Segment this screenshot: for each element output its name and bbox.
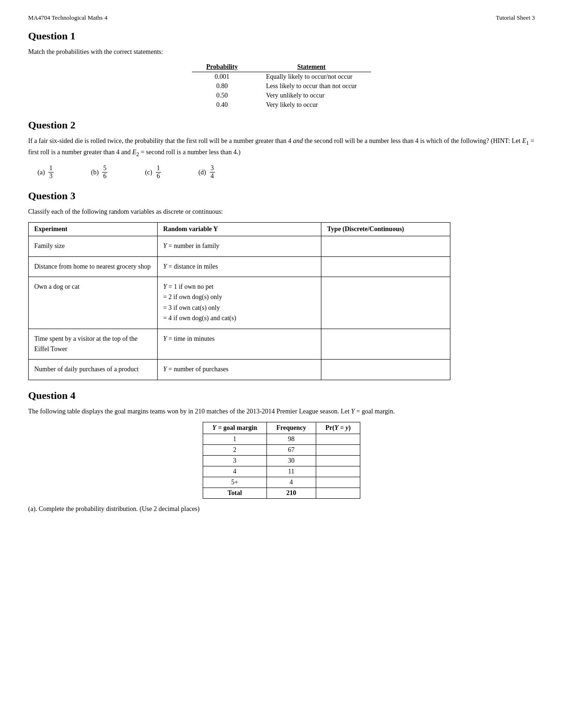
q2-title: Question 2	[28, 119, 535, 131]
q1-col2-header: Statement	[252, 62, 371, 72]
q3-table-row: Time spent by a visitor at the top of th…	[29, 329, 450, 360]
q1-prob: 0.001	[192, 72, 251, 82]
q2-text: If a fair six-sided die is rolled twice,…	[28, 136, 535, 159]
q4-margin: 5+	[203, 477, 266, 488]
q3-col-header: Type (Discrete/Continuous)	[321, 223, 450, 236]
q4-pr	[316, 466, 360, 477]
q4-pr	[316, 455, 360, 466]
q1-intro: Match the probabilities with the correct…	[28, 47, 535, 57]
q3-experiment: Own a dog or cat	[29, 277, 158, 329]
q1-prob: 0.50	[192, 91, 251, 100]
q4-col-header: Y = goal margin	[203, 422, 266, 434]
q3-col-header: Experiment	[29, 223, 158, 236]
q1-stmt: Less likely to occur than not occur	[252, 82, 371, 91]
page-header: MA4704 Technological Maths 4 Tutorial Sh…	[28, 14, 535, 22]
q1-table-row: 0.40Very likely to occur	[192, 100, 371, 110]
q2-answer-item: (a) 1 3	[38, 165, 53, 181]
q4-col-header: Pr(Y = y)	[316, 422, 360, 434]
q1-table: Probability Statement 0.001Equally likel…	[192, 62, 371, 110]
q3-rv: Y = 1 if own no pet = 2 if own dog(s) on…	[157, 277, 321, 329]
q1-table-row: 0.50Very unlikely to occur	[192, 91, 371, 100]
q4-table-row: 2 67	[203, 444, 360, 455]
q3-table-row: Own a dog or catY = 1 if own no pet = 2 …	[29, 277, 450, 329]
q4-table-row: 1 98	[203, 434, 360, 444]
q2-fraction: 1 3	[48, 165, 53, 181]
q4-margin: 3	[203, 455, 266, 466]
q3-type	[321, 236, 450, 256]
header-right: Tutorial Sheet 3	[496, 14, 535, 22]
q3-rv: Y = number of purchases	[157, 360, 321, 380]
q4-freq: 11	[267, 466, 316, 477]
q1-prob: 0.40	[192, 100, 251, 110]
q4-part-a: (a). Complete the probability distributi…	[28, 505, 535, 513]
q4-margin: 4	[203, 466, 266, 477]
question-2-section: Question 2 If a fair six-sided die is ro…	[28, 119, 535, 180]
q1-col1-header: Probability	[192, 62, 251, 72]
q4-pr	[316, 477, 360, 488]
q4-pr	[316, 434, 360, 444]
q3-rv: Y = time in minutes	[157, 329, 321, 360]
q3-rv: Y = number in family	[157, 236, 321, 256]
q4-col-header: Frequency	[267, 422, 316, 434]
q4-table-row: 4 11	[203, 466, 360, 477]
q4-total-pr	[316, 488, 360, 498]
q3-experiment: Number of daily purchases of a product	[29, 360, 158, 380]
q4-total-label: Total	[203, 488, 266, 498]
header-left: MA4704 Technological Maths 4	[28, 14, 107, 22]
q3-table-row: Number of daily purchases of a productY …	[29, 360, 450, 380]
q3-type	[321, 329, 450, 360]
q2-fraction: 3 4	[210, 165, 215, 181]
q2-fraction: 5 6	[102, 165, 107, 181]
q4-total-row: Total 210	[203, 488, 360, 498]
q3-table: ExperimentRandom variable YType (Discret…	[28, 222, 450, 380]
q4-freq: 67	[267, 444, 316, 455]
q3-intro: Classify each of the following random va…	[28, 207, 535, 217]
q3-type	[321, 360, 450, 380]
q2-answer-label: (a)	[38, 169, 46, 176]
question-3-section: Question 3 Classify each of the followin…	[28, 190, 535, 380]
q3-col-header: Random variable Y	[157, 223, 321, 236]
q1-prob: 0.80	[192, 82, 251, 91]
q4-pr	[316, 444, 360, 455]
q2-answer-item: (d) 3 4	[198, 165, 215, 181]
q3-experiment: Distance from home to nearest grocery sh…	[29, 256, 158, 277]
q4-freq: 30	[267, 455, 316, 466]
q2-answer-label: (d)	[198, 169, 208, 176]
q2-answer-label: (c)	[145, 169, 154, 176]
question-4-section: Question 4 The following table displays …	[28, 390, 535, 513]
q4-freq: 4	[267, 477, 316, 488]
q3-type	[321, 256, 450, 277]
q3-table-row: Distance from home to nearest grocery sh…	[29, 256, 450, 277]
q4-table: Y = goal marginFrequencyPr(Y = y) 1 98 2…	[203, 422, 361, 499]
q3-experiment: Family size	[29, 236, 158, 256]
q2-answer-label: (b)	[91, 169, 100, 176]
q4-table-row: 5+ 4	[203, 477, 360, 488]
q3-type	[321, 277, 450, 329]
q3-title: Question 3	[28, 190, 535, 202]
q2-answer-item: (b) 5 6	[91, 165, 107, 181]
q4-table-row: 3 30	[203, 455, 360, 466]
q2-answers: (a) 1 3 (b) 5 6 (c) 1 6 (d) 3 4	[38, 165, 535, 181]
q3-rv: Y = distance in miles	[157, 256, 321, 277]
q1-title: Question 1	[28, 30, 535, 42]
q1-stmt: Very likely to occur	[252, 100, 371, 110]
q4-margin: 2	[203, 444, 266, 455]
q1-stmt: Equally likely to occur/not occur	[252, 72, 371, 82]
q4-text: The following table displays the goal ma…	[28, 406, 535, 416]
q2-fraction: 1 6	[156, 165, 161, 181]
q2-answer-item: (c) 1 6	[145, 165, 161, 181]
q4-total-freq: 210	[267, 488, 316, 498]
q1-table-row: 0.001Equally likely to occur/not occur	[192, 72, 371, 82]
q4-title: Question 4	[28, 390, 535, 402]
q3-experiment: Time spent by a visitor at the top of th…	[29, 329, 158, 360]
question-1-section: Question 1 Match the probabilities with …	[28, 30, 535, 110]
q4-freq: 98	[267, 434, 316, 444]
q1-stmt: Very unlikely to occur	[252, 91, 371, 100]
q3-table-row: Family sizeY = number in family	[29, 236, 450, 256]
q4-margin: 1	[203, 434, 266, 444]
q1-table-row: 0.80Less likely to occur than not occur	[192, 82, 371, 91]
